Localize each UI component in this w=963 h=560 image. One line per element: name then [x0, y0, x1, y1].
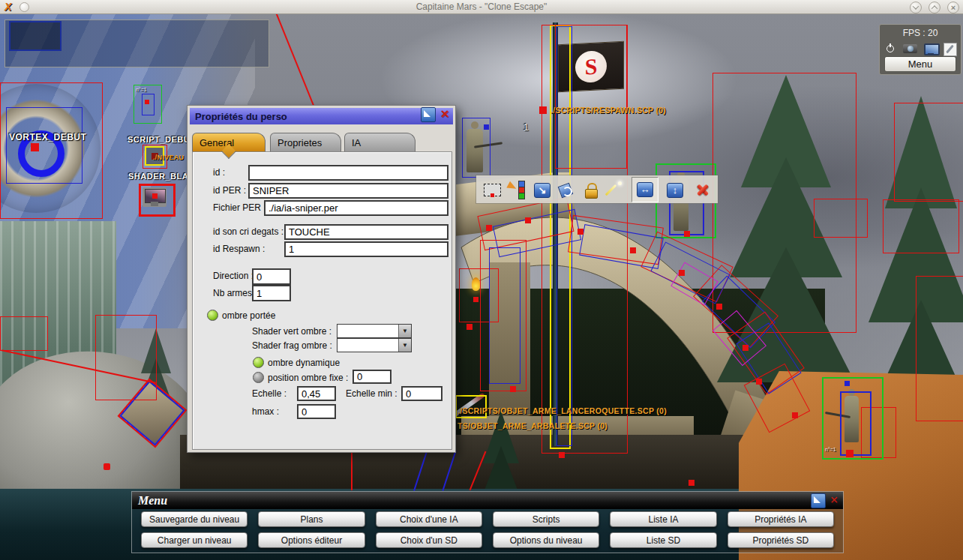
ombre-dynamique-label: ombre dynamique	[268, 358, 340, 368]
soldier2-marker	[684, 231, 690, 237]
direction-field[interactable]	[252, 268, 291, 285]
marker-red	[756, 379, 762, 385]
toolbar-close-icon[interactable]	[694, 181, 711, 198]
magic-wand-icon[interactable]	[607, 181, 625, 199]
tab-ia[interactable]: IA	[344, 133, 416, 151]
menu-close-icon[interactable]: ×	[827, 493, 841, 507]
dialog-titlebar[interactable]: Propriétés du perso	[190, 108, 453, 124]
minimize-button[interactable]	[910, 1, 922, 13]
stretch-horizontal-icon[interactable]: ↔	[632, 177, 658, 202]
arbalete-script-label: TS/OBJET_ARME_ARBALETE.SCP (0)	[458, 421, 608, 430]
menu-button-choix-sd[interactable]: Choix d'un SD	[376, 532, 482, 548]
properties-dialog: Propriétés du perso × General Proprietes…	[187, 105, 456, 453]
pillar-bbox-blue	[489, 247, 520, 384]
id-field[interactable]	[248, 165, 448, 181]
menu-button-liste-sd[interactable]: Liste SD	[610, 532, 716, 548]
spawn-bbox-blue	[142, 94, 154, 115]
marker-red	[688, 480, 694, 486]
shader-vert-label: Shader vert ombre :	[252, 326, 332, 337]
id-respawn-field[interactable]	[284, 241, 448, 257]
menu-button-proprietes-ia[interactable]: Propriétés IA	[728, 511, 834, 527]
lock-icon[interactable]	[582, 181, 600, 199]
fps-menu-button[interactable]: Menu	[884, 56, 956, 72]
marker-red	[510, 386, 516, 392]
chevron-down-icon	[913, 3, 919, 9]
editor-subregion-box	[9, 21, 62, 51]
region-bbox-red	[916, 276, 963, 421]
editor-toolbar: ↘ ↔ ↕	[476, 175, 718, 203]
region-bbox-red	[894, 103, 963, 202]
nb-armes-field[interactable]	[252, 285, 291, 301]
marker-red	[679, 270, 685, 276]
move-object-icon[interactable]	[508, 181, 526, 199]
marker-red	[792, 412, 798, 418]
menu-panel-titlebar[interactable]: Menu ×	[132, 492, 843, 509]
position-ombre-fixe-field[interactable]	[352, 370, 392, 384]
marker-red	[525, 217, 531, 223]
echelle-min-field[interactable]	[401, 386, 442, 401]
menu-button-liste-ia[interactable]: Liste IA	[610, 511, 716, 527]
flag-number-label: 1	[524, 122, 529, 133]
menu-button-plans[interactable]: Plans	[258, 511, 364, 527]
shader-frag-select[interactable]: ▼	[337, 338, 412, 352]
scale-object-icon[interactable]: ↘	[532, 181, 550, 199]
id-respawn-label: id Respawn :	[213, 244, 265, 254]
window-titlebar[interactable]: X Capitaine Mars - "Clone Escape" ×	[0, 0, 963, 14]
fps-panel: FPS : 20 Menu	[879, 24, 962, 75]
tools-icon[interactable]	[943, 42, 957, 55]
marker-red	[630, 247, 636, 253]
hmax-field[interactable]	[297, 404, 336, 419]
position-ombre-fixe-label: position ombre fixe :	[268, 373, 348, 383]
dialog-close-icon[interactable]: ×	[438, 107, 452, 121]
close-button[interactable]: ×	[947, 1, 959, 13]
vortex-bbox-blue[interactable]	[6, 107, 82, 184]
echelle-field[interactable]	[297, 386, 336, 401]
echelle-label: Echelle :	[252, 388, 286, 399]
close-icon: ×	[951, 4, 956, 12]
screen-icon[interactable]	[923, 42, 938, 55]
marker-red	[104, 463, 110, 470]
dialog-rollup-icon[interactable]	[421, 107, 436, 122]
shader-frag-label: Shader frag ombre :	[252, 340, 332, 351]
id-per-field[interactable]	[248, 183, 448, 199]
script-debut-label: SCRIPT_DEBU	[128, 135, 190, 144]
window-menu-icon[interactable]	[20, 2, 29, 12]
rotate-object-icon[interactable]	[557, 181, 575, 199]
shader-blast-label: SHADER_BLAS	[128, 172, 194, 181]
spawn-count-label: n°=1	[136, 87, 147, 92]
region-bbox-red	[0, 316, 48, 351]
tab-proprietes[interactable]: Proprietes	[270, 133, 341, 151]
stretch-vertical-icon[interactable]: ↕	[665, 181, 683, 199]
chevron-down-icon[interactable]: ▼	[398, 325, 411, 337]
chevron-down-icon[interactable]: ▼	[398, 339, 411, 352]
editor-menu-panel: Menu × Sauvegarde du niveau Plans Choix …	[131, 491, 844, 553]
red-guide-line	[351, 448, 352, 490]
respawn-marker	[539, 106, 547, 114]
power-icon[interactable]	[884, 42, 898, 55]
menu-rollup-icon[interactable]	[811, 493, 826, 508]
menu-button-scripts[interactable]: Scripts	[493, 511, 599, 527]
dialog-title: Propriétés du perso	[195, 111, 287, 122]
camera-icon[interactable]	[903, 42, 917, 55]
menu-panel-title: Menu	[138, 494, 167, 508]
shader-bbox-red[interactable]	[139, 184, 176, 217]
selection-rect-icon[interactable]	[483, 181, 501, 199]
ombre-dynamique-radio[interactable]	[253, 357, 264, 368]
ombre-portee-radio[interactable]	[207, 310, 218, 321]
menu-button-options-niveau[interactable]: Options du niveau	[493, 532, 599, 548]
tab-ia-label: IA	[352, 137, 361, 148]
maximize-button[interactable]	[928, 1, 940, 13]
hmax-label: hmax :	[252, 406, 279, 417]
id-son-field[interactable]	[284, 224, 448, 240]
window-title: Capitaine Mars - "Clone Escape"	[416, 1, 548, 12]
sniper-bbox-blue	[840, 391, 872, 456]
marker-red	[559, 452, 565, 458]
menu-button-proprietes-sd[interactable]: Propriétés SD	[728, 532, 834, 548]
menu-button-options-editeur[interactable]: Options éditeur	[258, 532, 364, 548]
position-ombre-fixe-radio[interactable]	[253, 372, 264, 383]
menu-button-choix-ia[interactable]: Choix d'une IA	[376, 511, 482, 527]
fichier-per-field[interactable]	[264, 200, 448, 216]
shader-vert-select[interactable]: ▼	[337, 324, 412, 338]
menu-button-sauvegarde-niveau[interactable]: Sauvegarde du niveau	[141, 511, 248, 527]
menu-button-charger-niveau[interactable]: Charger un niveau	[141, 532, 248, 548]
